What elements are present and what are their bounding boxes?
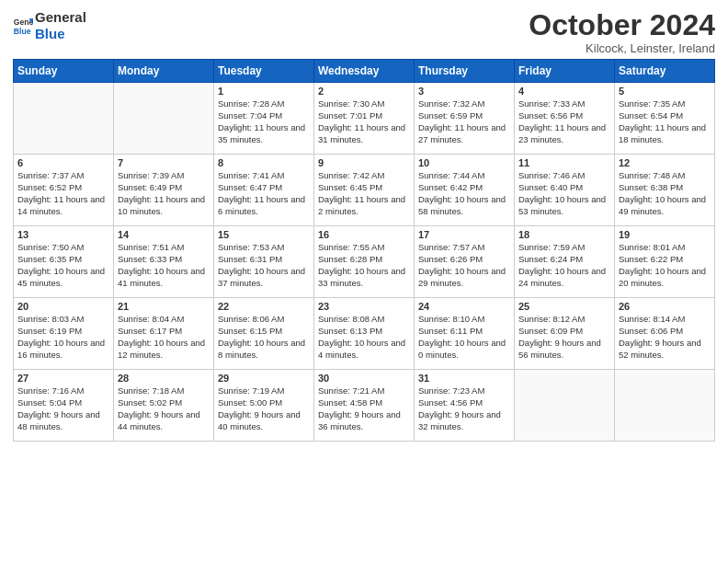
day-number: 28 xyxy=(118,373,210,384)
day-info: Sunrise: 7:39 AMSunset: 6:49 PMDaylight:… xyxy=(118,170,210,217)
weekday-header-monday: Monday xyxy=(114,60,214,83)
day-info: Sunrise: 7:28 AMSunset: 7:04 PMDaylight:… xyxy=(218,98,310,145)
location: Kilcock, Leinster, Ireland xyxy=(529,41,715,55)
calendar-table: SundayMondayTuesdayWednesdayThursdayFrid… xyxy=(13,59,715,442)
day-info: Sunrise: 7:41 AMSunset: 6:47 PMDaylight:… xyxy=(218,170,310,217)
day-number: 31 xyxy=(418,373,510,384)
day-cell: 30Sunrise: 7:21 AMSunset: 4:58 PMDayligh… xyxy=(314,370,415,442)
day-info: Sunrise: 7:42 AMSunset: 6:45 PMDaylight:… xyxy=(318,170,410,217)
day-number: 18 xyxy=(518,229,610,240)
day-cell: 14Sunrise: 7:51 AMSunset: 6:33 PMDayligh… xyxy=(114,226,214,298)
day-cell xyxy=(14,83,114,155)
day-cell: 29Sunrise: 7:19 AMSunset: 5:00 PMDayligh… xyxy=(214,370,314,442)
day-info: Sunrise: 7:55 AMSunset: 6:28 PMDaylight:… xyxy=(318,242,410,289)
day-info: Sunrise: 7:53 AMSunset: 6:31 PMDaylight:… xyxy=(218,242,310,289)
day-cell: 20Sunrise: 8:03 AMSunset: 6:19 PMDayligh… xyxy=(14,298,114,370)
week-row-3: 13Sunrise: 7:50 AMSunset: 6:35 PMDayligh… xyxy=(14,226,715,298)
week-row-1: 1Sunrise: 7:28 AMSunset: 7:04 PMDaylight… xyxy=(14,83,715,155)
day-number: 6 xyxy=(17,157,109,168)
day-cell: 17Sunrise: 7:57 AMSunset: 6:26 PMDayligh… xyxy=(415,226,515,298)
day-cell: 11Sunrise: 7:46 AMSunset: 6:40 PMDayligh… xyxy=(515,155,615,226)
day-number: 22 xyxy=(218,301,310,312)
day-cell: 12Sunrise: 7:48 AMSunset: 6:38 PMDayligh… xyxy=(615,155,715,226)
day-cell xyxy=(114,83,214,155)
day-number: 17 xyxy=(418,229,510,240)
day-info: Sunrise: 7:23 AMSunset: 4:56 PMDaylight:… xyxy=(418,385,510,432)
logo: General Blue General Blue xyxy=(13,9,86,42)
day-cell: 10Sunrise: 7:44 AMSunset: 6:42 PMDayligh… xyxy=(415,155,515,226)
day-info: Sunrise: 7:59 AMSunset: 6:24 PMDaylight:… xyxy=(518,242,610,289)
day-cell: 24Sunrise: 8:10 AMSunset: 6:11 PMDayligh… xyxy=(415,298,515,370)
day-cell: 26Sunrise: 8:14 AMSunset: 6:06 PMDayligh… xyxy=(615,298,715,370)
day-number: 27 xyxy=(17,373,109,384)
day-info: Sunrise: 7:37 AMSunset: 6:52 PMDaylight:… xyxy=(17,170,109,217)
day-info: Sunrise: 8:14 AMSunset: 6:06 PMDaylight:… xyxy=(619,314,711,361)
day-info: Sunrise: 7:46 AMSunset: 6:40 PMDaylight:… xyxy=(518,170,610,217)
day-cell: 6Sunrise: 7:37 AMSunset: 6:52 PMDaylight… xyxy=(14,155,114,226)
weekday-header-thursday: Thursday xyxy=(415,60,515,83)
day-cell xyxy=(615,370,715,442)
day-cell: 23Sunrise: 8:08 AMSunset: 6:13 PMDayligh… xyxy=(314,298,415,370)
day-number: 13 xyxy=(17,229,109,240)
day-cell: 25Sunrise: 8:12 AMSunset: 6:09 PMDayligh… xyxy=(515,298,615,370)
day-cell: 13Sunrise: 7:50 AMSunset: 6:35 PMDayligh… xyxy=(14,226,114,298)
logo-icon: General Blue xyxy=(13,16,33,36)
day-number: 29 xyxy=(218,373,310,384)
day-info: Sunrise: 8:10 AMSunset: 6:11 PMDaylight:… xyxy=(418,314,510,361)
day-cell: 31Sunrise: 7:23 AMSunset: 4:56 PMDayligh… xyxy=(415,370,515,442)
day-cell: 19Sunrise: 8:01 AMSunset: 6:22 PMDayligh… xyxy=(615,226,715,298)
day-cell: 21Sunrise: 8:04 AMSunset: 6:17 PMDayligh… xyxy=(114,298,214,370)
day-number: 4 xyxy=(518,86,610,97)
title-block: October 2024 Kilcock, Leinster, Ireland xyxy=(529,9,715,55)
day-cell: 5Sunrise: 7:35 AMSunset: 6:54 PMDaylight… xyxy=(615,83,715,155)
header: General Blue General Blue October 2024 K… xyxy=(13,9,715,55)
day-info: Sunrise: 7:35 AMSunset: 6:54 PMDaylight:… xyxy=(619,98,711,145)
day-number: 3 xyxy=(418,86,510,97)
day-number: 21 xyxy=(118,301,210,312)
day-info: Sunrise: 7:50 AMSunset: 6:35 PMDaylight:… xyxy=(17,242,109,289)
day-cell xyxy=(515,370,615,442)
day-number: 8 xyxy=(218,157,310,168)
day-info: Sunrise: 7:57 AMSunset: 6:26 PMDaylight:… xyxy=(418,242,510,289)
day-cell: 15Sunrise: 7:53 AMSunset: 6:31 PMDayligh… xyxy=(214,226,314,298)
day-number: 15 xyxy=(218,229,310,240)
day-cell: 18Sunrise: 7:59 AMSunset: 6:24 PMDayligh… xyxy=(515,226,615,298)
week-row-4: 20Sunrise: 8:03 AMSunset: 6:19 PMDayligh… xyxy=(14,298,715,370)
weekday-header-sunday: Sunday xyxy=(14,60,114,83)
day-cell: 9Sunrise: 7:42 AMSunset: 6:45 PMDaylight… xyxy=(314,155,415,226)
day-info: Sunrise: 7:33 AMSunset: 6:56 PMDaylight:… xyxy=(518,98,610,145)
day-cell: 4Sunrise: 7:33 AMSunset: 6:56 PMDaylight… xyxy=(515,83,615,155)
week-row-2: 6Sunrise: 7:37 AMSunset: 6:52 PMDaylight… xyxy=(14,155,715,226)
week-row-5: 27Sunrise: 7:16 AMSunset: 5:04 PMDayligh… xyxy=(14,370,715,442)
day-number: 2 xyxy=(318,86,410,97)
day-number: 11 xyxy=(518,157,610,168)
day-info: Sunrise: 8:04 AMSunset: 6:17 PMDaylight:… xyxy=(118,314,210,361)
day-info: Sunrise: 7:48 AMSunset: 6:38 PMDaylight:… xyxy=(619,170,711,217)
day-number: 24 xyxy=(418,301,510,312)
day-cell: 16Sunrise: 7:55 AMSunset: 6:28 PMDayligh… xyxy=(314,226,415,298)
day-info: Sunrise: 7:21 AMSunset: 4:58 PMDaylight:… xyxy=(318,385,410,432)
calendar-container: General Blue General Blue October 2024 K… xyxy=(0,0,728,447)
month-title: October 2024 xyxy=(529,9,715,41)
day-info: Sunrise: 8:01 AMSunset: 6:22 PMDaylight:… xyxy=(619,242,711,289)
day-number: 12 xyxy=(619,157,711,168)
logo-blue: Blue xyxy=(35,26,65,41)
day-number: 7 xyxy=(118,157,210,168)
day-number: 1 xyxy=(218,86,310,97)
day-number: 25 xyxy=(518,301,610,312)
logo-text: General Blue xyxy=(35,9,86,42)
day-number: 10 xyxy=(418,157,510,168)
day-info: Sunrise: 7:16 AMSunset: 5:04 PMDaylight:… xyxy=(17,385,109,432)
day-number: 14 xyxy=(118,229,210,240)
day-number: 30 xyxy=(318,373,410,384)
day-cell: 27Sunrise: 7:16 AMSunset: 5:04 PMDayligh… xyxy=(14,370,114,442)
day-number: 5 xyxy=(619,86,711,97)
day-info: Sunrise: 8:06 AMSunset: 6:15 PMDaylight:… xyxy=(218,314,310,361)
day-number: 16 xyxy=(318,229,410,240)
day-cell: 3Sunrise: 7:32 AMSunset: 6:59 PMDaylight… xyxy=(415,83,515,155)
weekday-header-wednesday: Wednesday xyxy=(314,60,415,83)
day-cell: 7Sunrise: 7:39 AMSunset: 6:49 PMDaylight… xyxy=(114,155,214,226)
day-info: Sunrise: 7:44 AMSunset: 6:42 PMDaylight:… xyxy=(418,170,510,217)
weekday-header-row: SundayMondayTuesdayWednesdayThursdayFrid… xyxy=(14,60,715,83)
day-number: 9 xyxy=(318,157,410,168)
